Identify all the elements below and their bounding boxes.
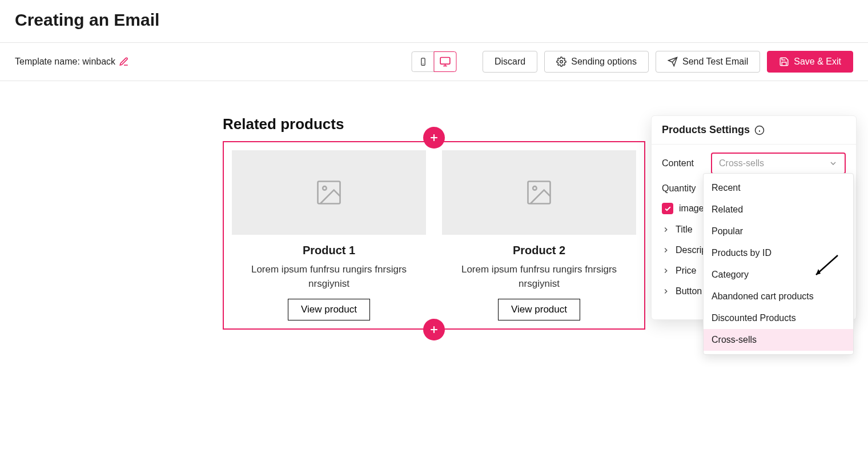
save-icon <box>779 57 789 67</box>
product-title[interactable]: Product 1 <box>232 244 426 257</box>
dropdown-option-abandoned-cart[interactable]: Abandoned cart products <box>704 286 853 307</box>
add-block-above-button[interactable] <box>423 127 445 149</box>
settings-panel-title: Products Settings <box>662 124 750 136</box>
viewport-toggle <box>412 51 457 72</box>
dropdown-option-category[interactable]: Category <box>704 264 853 286</box>
products-settings-panel: Products Settings Content Cross-sells Qu… <box>651 115 857 320</box>
sending-options-button[interactable]: Sending options <box>544 51 649 73</box>
save-exit-button[interactable]: Save & Exit <box>767 51 853 73</box>
add-block-below-button[interactable] <box>423 319 445 340</box>
product-description[interactable]: Lorem ipsum funfrsu rungirs fnrsigrs nrs… <box>232 263 426 291</box>
image-placeholder[interactable] <box>442 150 636 235</box>
image-placeholder[interactable] <box>232 150 426 235</box>
send-icon <box>668 57 678 67</box>
chevron-right-icon <box>662 226 670 234</box>
edit-template-name-icon[interactable] <box>119 57 129 67</box>
dropdown-option-products-by-id[interactable]: Products by ID <box>704 242 853 264</box>
dropdown-option-related[interactable]: Related <box>704 199 853 221</box>
checkbox-checked-icon <box>662 203 673 214</box>
page-title: Creating an Email <box>15 10 853 30</box>
gear-icon <box>556 57 566 67</box>
discard-button[interactable]: Discard <box>483 51 537 73</box>
view-product-button[interactable]: View product <box>498 299 580 320</box>
chevron-down-icon <box>829 159 838 168</box>
quantity-label: Quantity <box>662 183 703 194</box>
chevron-right-icon <box>662 287 670 295</box>
send-test-email-button[interactable]: Send Test Email <box>656 51 760 73</box>
info-icon[interactable] <box>754 125 765 135</box>
svg-point-11 <box>323 186 327 190</box>
svg-point-5 <box>560 61 563 63</box>
template-name-label: Template name: winback <box>15 57 115 67</box>
products-block[interactable]: Product 1 Lorem ipsum funfrsu rungirs fn… <box>223 141 645 330</box>
editor-canvas: Related products Product 1 Lorem ipsum f… <box>0 81 868 375</box>
content-select[interactable]: Cross-sells <box>711 153 846 174</box>
chevron-right-icon <box>662 246 670 254</box>
dropdown-option-cross-sells[interactable]: Cross-sells <box>704 329 853 351</box>
template-name-value: winback <box>82 57 115 66</box>
image-checkbox-label: image <box>679 203 704 214</box>
dropdown-option-discounted[interactable]: Discounted Products <box>704 307 853 329</box>
dropdown-option-popular[interactable]: Popular <box>704 221 853 242</box>
mobile-view-button[interactable] <box>412 51 435 72</box>
svg-point-13 <box>533 186 537 190</box>
content-label: Content <box>662 158 703 169</box>
dropdown-option-recent[interactable]: Recent <box>704 177 853 199</box>
toolbar: Template name: winback Discard Sending o… <box>0 43 868 81</box>
product-card: Product 2 Lorem ipsum funfrsu rungirs fn… <box>442 150 636 320</box>
desktop-view-button[interactable] <box>434 51 457 72</box>
product-card: Product 1 Lorem ipsum funfrsu rungirs fn… <box>232 150 426 320</box>
svg-rect-2 <box>440 58 450 65</box>
view-product-button[interactable]: View product <box>288 299 370 320</box>
chevron-right-icon <box>662 267 670 275</box>
content-dropdown: Recent Related Popular Products by ID Ca… <box>703 173 854 355</box>
product-description[interactable]: Lorem ipsum funfrsu rungirs fnrsigrs nrs… <box>442 263 636 291</box>
content-select-value: Cross-sells <box>719 158 764 169</box>
product-title[interactable]: Product 2 <box>442 244 636 257</box>
